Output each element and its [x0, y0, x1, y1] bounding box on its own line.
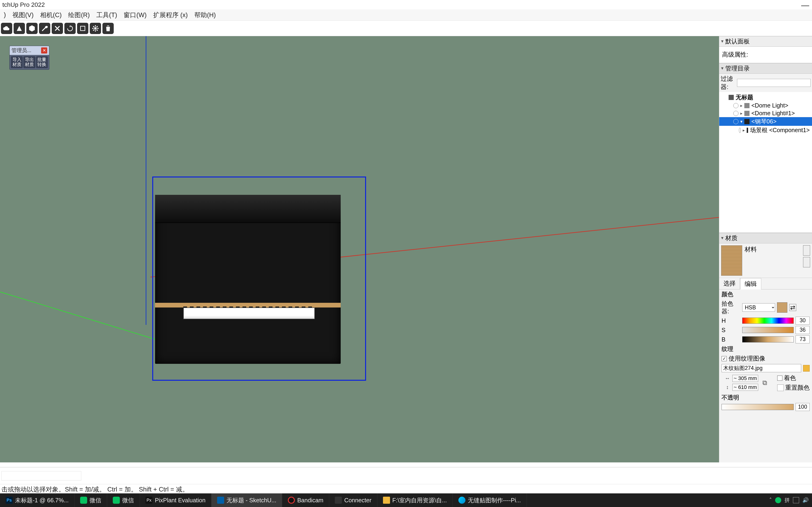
menu-help[interactable]: 帮助(H): [192, 10, 218, 20]
outliner-item-domelight[interactable]: ▸ <Dome Light>: [719, 102, 812, 109]
tray-chevron-icon[interactable]: ˄: [769, 497, 772, 503]
height-arrow-icon: ↕: [724, 384, 730, 390]
hue-value[interactable]: 30: [796, 317, 810, 325]
tool-wrench-icon[interactable]: [39, 23, 50, 34]
opacity-value[interactable]: 100: [796, 403, 810, 411]
default-panel-header[interactable]: 默认面板: [719, 36, 812, 47]
menu-window[interactable]: 窗口(W): [121, 10, 149, 20]
axis-blue-line: [146, 36, 146, 325]
outliner-item-domelight1[interactable]: ▸ <Dome Light#1>: [719, 109, 812, 117]
texture-file-input[interactable]: [721, 364, 801, 372]
use-texture-checkbox[interactable]: ✓: [721, 356, 727, 361]
visibility-toggle-icon[interactable]: [739, 128, 741, 133]
tool-rotate-icon[interactable]: [64, 23, 75, 34]
eyedropper-add-icon[interactable]: [803, 245, 810, 256]
collapse-icon[interactable]: ▾: [740, 119, 743, 124]
color-header: 颜色: [719, 289, 812, 299]
visibility-toggle-icon[interactable]: [733, 119, 739, 124]
manager-header[interactable]: 管理员... ✕: [10, 46, 49, 55]
hint-text: 击或拖动以选择对象。Shift = 加/减。 Ctrl = 加。 Shift +…: [1, 486, 189, 493]
taskbar-bandicam[interactable]: Bandicam: [282, 493, 329, 507]
outliner-item-sceneroot[interactable]: ▸ 场景根 <Component1>: [719, 126, 812, 134]
color-preview[interactable]: [777, 302, 787, 313]
tab-edit[interactable]: 编辑: [740, 278, 761, 289]
texture-header: 纹理: [719, 344, 812, 354]
taskbar-explorer[interactable]: F:\室内自用资源\自...: [377, 493, 453, 507]
taskbar-connecter[interactable]: Connecter: [329, 493, 377, 507]
bri-slider[interactable]: [742, 336, 794, 342]
toolbar: [0, 21, 812, 36]
close-icon[interactable]: ✕: [41, 47, 47, 54]
visibility-toggle-icon[interactable]: [733, 111, 739, 116]
tray-volume-icon[interactable]: 🔊: [802, 497, 809, 503]
color-link-icon[interactable]: ⇄: [789, 304, 796, 311]
filter-input[interactable]: [737, 79, 811, 87]
hue-slider[interactable]: [742, 318, 794, 324]
taskbar-wechat-1[interactable]: 微信: [74, 493, 107, 507]
manager-title: 管理员...: [11, 47, 31, 54]
outliner-header[interactable]: 管理目录: [719, 63, 812, 74]
outliner-root[interactable]: 无标题: [719, 93, 812, 102]
attr-spacer: 高级属性:: [719, 47, 812, 63]
menu-trunc[interactable]: ): [1, 10, 8, 19]
bri-value[interactable]: 73: [796, 335, 810, 343]
menu-ext[interactable]: 扩展程序 (x): [151, 10, 190, 20]
texture-width[interactable]: ~ 305 mm: [732, 375, 758, 382]
material-header[interactable]: 材质: [719, 233, 812, 243]
link-dims-icon[interactable]: ⧉: [762, 379, 767, 387]
menu-tool[interactable]: 工具(T): [94, 10, 119, 20]
sat-slider[interactable]: [742, 327, 794, 333]
menu-view[interactable]: 视图(V): [10, 10, 36, 20]
expand-icon[interactable]: ▸: [740, 111, 743, 116]
tool-gear-icon[interactable]: [90, 23, 101, 34]
taskbar-edge[interactable]: 无缝贴图制作----Pi...: [453, 493, 527, 507]
tool-trash-icon[interactable]: [102, 23, 114, 34]
browse-folder-icon[interactable]: [803, 365, 810, 372]
expand-icon[interactable]: ▸: [743, 128, 745, 133]
manager-palette[interactable]: 管理员... ✕ 导入材质 导出材质 批量转换: [9, 46, 49, 70]
menu-camera[interactable]: 相机(C): [38, 10, 64, 20]
taskbar-wechat-2[interactable]: 微信: [107, 493, 140, 507]
photoshop-icon: Ps: [6, 497, 13, 504]
tool-material-a-icon[interactable]: [14, 23, 25, 34]
tool-cloud-icon[interactable]: [1, 23, 12, 34]
connecter-icon: [335, 497, 342, 504]
tray-ime-icon[interactable]: 拼: [784, 497, 790, 504]
tool-cube-icon[interactable]: [26, 23, 38, 34]
tray-keyboard-icon[interactable]: [793, 497, 799, 503]
tool-square-icon[interactable]: [77, 23, 88, 34]
material-panel: 材料 选择 编辑 颜色 拾色器: HSB ⇄ H 30 S 36: [719, 243, 812, 412]
tray-wechat-icon[interactable]: [775, 497, 781, 503]
manager-export-button[interactable]: 导出材质: [23, 56, 35, 68]
menu-bar: ) 视图(V) 相机(C) 绘图(R) 工具(T) 窗口(W) 扩展程序 (x)…: [0, 9, 812, 21]
opacity-slider[interactable]: [721, 404, 794, 410]
material-swatch[interactable]: [721, 245, 742, 276]
picker-select[interactable]: HSB: [742, 303, 775, 312]
taskbar-sketchup[interactable]: 无标题 - SketchU...: [211, 493, 283, 507]
manager-import-button[interactable]: 导入材质: [11, 56, 22, 68]
outliner-item-piano[interactable]: ▾ <钢琴06>: [719, 117, 812, 126]
eyedropper-icon[interactable]: [803, 257, 810, 267]
menu-draw[interactable]: 绘图(R): [66, 10, 92, 20]
manager-batch-button[interactable]: 批量转换: [36, 56, 48, 68]
taskbar-photoshop[interactable]: Ps未标题-1 @ 66.7%...: [0, 493, 74, 507]
viewport-3d[interactable]: [0, 36, 719, 462]
hint-bar: 击或拖动以选择对象。Shift = 加/减。 Ctrl = 加。 Shift +…: [0, 484, 812, 493]
taskbar-pixplant[interactable]: PxPixPlant Evaluation: [140, 493, 211, 507]
expand-icon[interactable]: ▸: [740, 103, 743, 108]
selection-box: [152, 176, 366, 381]
tab-select[interactable]: 选择: [719, 278, 740, 289]
sat-value[interactable]: 36: [796, 326, 810, 334]
picker-label: 拾色器:: [721, 300, 740, 315]
colorize-checkbox[interactable]: [777, 376, 782, 381]
reset-color-label: 重置颜色: [785, 384, 810, 392]
reset-color-swatch[interactable]: [777, 385, 784, 391]
system-tray[interactable]: ˄ 拼 🔊: [766, 497, 812, 504]
svg-rect-0: [81, 26, 85, 31]
minimize-icon[interactable]: —: [801, 0, 809, 10]
visibility-toggle-icon[interactable]: [733, 103, 739, 108]
outliner-tree[interactable]: 无标题 ▸ <Dome Light> ▸ <Dome Light#1> ▾ <钢…: [719, 92, 812, 233]
tool-cross-icon[interactable]: [52, 23, 63, 34]
bri-label: B: [721, 336, 740, 343]
texture-height[interactable]: ~ 610 mm: [732, 384, 758, 391]
